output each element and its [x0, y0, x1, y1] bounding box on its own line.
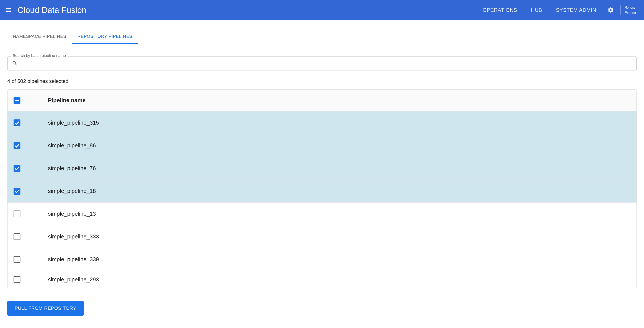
edition-line2: Edition [624, 10, 638, 15]
table-header-row: Pipeline name [8, 90, 636, 112]
pipeline-name: simple_pipeline_86 [48, 142, 630, 149]
search-input[interactable] [21, 60, 632, 66]
table-row[interactable]: simple_pipeline_293 [8, 271, 636, 288]
table-row[interactable]: simple_pipeline_339 [8, 248, 636, 271]
row-checkbox[interactable] [14, 276, 20, 283]
search-field[interactable]: Search by batch pipeline name [7, 56, 637, 70]
app-bar: Cloud Data Fusion OPERATIONS HUB SYSTEM … [0, 0, 644, 20]
pipeline-name: simple_pipeline_76 [48, 165, 630, 172]
table-row[interactable]: simple_pipeline_18 [8, 180, 636, 202]
edition-label: Basic Edition [624, 5, 638, 15]
table-row[interactable]: simple_pipeline_76 [8, 157, 636, 180]
row-checkbox[interactable] [14, 142, 20, 149]
menu-icon[interactable] [4, 6, 12, 14]
search-icon [12, 60, 18, 66]
tab-namespace-pipelines[interactable]: NAMESPACE PIPELINES [7, 30, 72, 44]
row-checkbox[interactable] [14, 233, 20, 240]
row-checkbox[interactable] [14, 256, 20, 263]
select-all-checkbox[interactable] [14, 97, 20, 104]
pipeline-name: simple_pipeline_333 [48, 233, 630, 240]
table-row[interactable]: simple_pipeline_13 [8, 202, 636, 225]
tab-bar: NAMESPACE PIPELINES REPOSITORY PIPELINES [0, 20, 644, 44]
pipeline-name: simple_pipeline_18 [48, 188, 630, 194]
pipeline-name: simple_pipeline_315 [48, 119, 630, 126]
table-row[interactable]: simple_pipeline_333 [8, 225, 636, 248]
action-row: PULL FROM REPOSITORY [0, 288, 644, 324]
nav-right: OPERATIONS HUB SYSTEM ADMIN Basic Editio… [476, 5, 638, 15]
vertical-divider [620, 5, 620, 15]
nav-system-admin[interactable]: SYSTEM ADMIN [549, 7, 603, 13]
column-pipeline-name: Pipeline name [48, 97, 630, 104]
nav-operations[interactable]: OPERATIONS [476, 7, 524, 13]
settings-icon[interactable] [603, 7, 618, 13]
table-row[interactable]: simple_pipeline_315 [8, 112, 636, 134]
pipeline-name: simple_pipeline_13 [48, 210, 630, 217]
row-checkbox[interactable] [14, 188, 20, 195]
search-row: Search by batch pipeline name [0, 44, 644, 70]
table-row[interactable]: simple_pipeline_86 [8, 134, 636, 157]
pull-from-repository-button[interactable]: PULL FROM REPOSITORY [7, 301, 84, 316]
row-checkbox[interactable] [14, 165, 20, 172]
selection-summary: 4 of 502 pipelines selected [0, 70, 644, 89]
pipeline-table: Pipeline name simple_pipeline_315 simple… [7, 89, 637, 288]
pipeline-name: simple_pipeline_339 [48, 256, 630, 263]
pipeline-name: simple_pipeline_293 [48, 276, 630, 283]
edition-line1: Basic [624, 5, 638, 10]
row-checkbox[interactable] [14, 119, 20, 126]
tab-repository-pipelines[interactable]: REPOSITORY PIPELINES [72, 30, 138, 44]
nav-hub[interactable]: HUB [524, 7, 549, 13]
brand-title: Cloud Data Fusion [18, 5, 86, 15]
search-label: Search by batch pipeline name [11, 53, 68, 58]
row-checkbox[interactable] [14, 210, 20, 217]
